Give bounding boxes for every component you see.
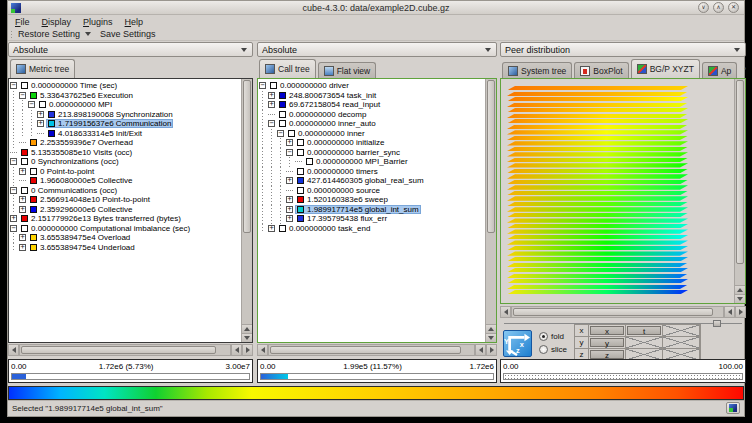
topology-slice[interactable] [507, 119, 688, 123]
restore-setting-button[interactable]: Restore Setting [18, 29, 80, 39]
call-mode-select[interactable]: Absolute [257, 42, 497, 57]
scroll-down-button[interactable] [486, 333, 496, 342]
collapse-icon[interactable]: − [10, 82, 17, 89]
fold-radio[interactable]: fold [539, 332, 567, 341]
topology-slice[interactable] [507, 97, 688, 101]
topology-slice[interactable] [507, 229, 688, 233]
save-settings-button[interactable]: Save Settings [100, 29, 156, 39]
topology-slice[interactable] [507, 158, 688, 162]
topology-slice[interactable] [507, 180, 688, 184]
call-tree-item[interactable]: −0.000000000 inner [259, 129, 485, 139]
vertical-scrollbar[interactable] [485, 79, 496, 342]
tab-scroll-left-button[interactable]: ‹ [741, 63, 746, 75]
expand-icon[interactable]: + [268, 225, 275, 232]
dimension-button-z[interactable]: z [590, 350, 624, 359]
expand-icon[interactable]: + [286, 177, 293, 184]
scroll-right-button[interactable] [242, 344, 253, 356]
metric-tree-item[interactable]: 5.135355085e10 Visits (occ) [10, 148, 241, 158]
call-tree-item[interactable]: 0.000000000 MPI_Barrier [259, 157, 485, 167]
dimension-button-t[interactable]: t [627, 326, 661, 335]
scroll-left-button[interactable] [475, 344, 486, 356]
tab-ap[interactable]: Ap [702, 62, 737, 78]
metric-tree-item[interactable]: +2.359296000e6 Collective [10, 205, 241, 215]
scrollbar-thumb[interactable] [513, 308, 713, 316]
metric-tree-item[interactable]: +3.655389475e4 Overload [10, 233, 241, 243]
expand-icon[interactable]: + [37, 120, 44, 127]
scrollbar-thumb[interactable] [270, 346, 461, 354]
call-tree-item[interactable]: +427.614460305 global_real_sum [259, 176, 485, 186]
metric-mode-select[interactable]: Absolute [8, 42, 253, 57]
scroll-up-button[interactable] [486, 324, 496, 333]
scroll-left-button[interactable] [724, 306, 735, 318]
scrollbar-track[interactable] [19, 344, 231, 356]
slider-handle[interactable] [713, 320, 721, 327]
topology-slice[interactable] [507, 147, 688, 151]
dimension-button-x[interactable]: x [590, 326, 624, 335]
expand-icon[interactable]: + [19, 196, 26, 203]
metric-tree-item[interactable]: +0 Point-to-point [10, 167, 241, 177]
topology-slice[interactable] [507, 218, 688, 222]
toolbar-handle[interactable] [10, 30, 13, 39]
system-mode-select[interactable]: Peer distribution [500, 42, 746, 57]
call-tree-item[interactable]: −0.000000000 inner_auto [259, 119, 485, 129]
expand-icon[interactable]: + [268, 92, 275, 99]
collapse-icon[interactable]: − [10, 158, 17, 165]
tab-flat-view[interactable]: Flat view [318, 62, 377, 78]
metric-tree-item[interactable]: 4.018633314e5 Init/Exit [10, 129, 241, 139]
topology-slice[interactable] [507, 224, 688, 228]
collapse-icon[interactable]: − [286, 149, 293, 156]
topology-slice[interactable] [507, 235, 688, 239]
scrollbar-track[interactable] [268, 344, 475, 356]
minimize-button[interactable]: ∨ [698, 2, 709, 13]
topology-slice[interactable] [507, 263, 688, 267]
slice-radio[interactable]: slice [539, 345, 567, 354]
metric-tree-item[interactable]: +213.898190068 Synchronization [10, 110, 241, 120]
topology-slice[interactable] [507, 246, 688, 250]
scroll-right-button[interactable] [486, 344, 497, 356]
topology-slice[interactable] [507, 274, 688, 278]
tab-call-tree[interactable]: Call tree [259, 59, 316, 78]
call-tree-item[interactable]: +248.800673654 task_init [259, 91, 485, 101]
metric-tree-item[interactable]: −0 Synchronizations (occ) [10, 157, 241, 167]
call-tree-item[interactable]: +1.520160383e6 sweep [259, 195, 485, 205]
tab-system-tree[interactable]: System tree [502, 62, 572, 78]
metric-tree-item[interactable]: 1.966080000e5 Collective [10, 176, 241, 186]
call-tree-item[interactable]: +0.000000000 initialize [259, 138, 485, 148]
expand-icon[interactable]: + [286, 196, 293, 203]
topology-slice[interactable] [507, 213, 688, 217]
collapse-icon[interactable]: − [277, 130, 284, 137]
metric-tree-item[interactable]: −0.000000000 MPI [10, 100, 241, 110]
topology-slice[interactable] [507, 202, 688, 206]
call-tree-item[interactable]: 0.000000000 timers [259, 167, 485, 177]
vertical-scrollbar[interactable] [734, 79, 745, 303]
call-tree-item[interactable]: 0.000000000 decomp [259, 110, 485, 120]
metric-tree-item[interactable]: 2.253559396e7 Overhead [10, 138, 241, 148]
expand-icon[interactable]: + [19, 244, 26, 251]
call-tree-item[interactable]: −0.000000000 driver [259, 81, 485, 91]
scrollbar-thumb[interactable] [487, 80, 495, 233]
menu-display[interactable]: Display [38, 17, 80, 27]
topology-slice[interactable] [507, 125, 688, 129]
menu-help[interactable]: Help [121, 17, 152, 27]
scroll-down-button[interactable] [242, 333, 252, 342]
vertical-scrollbar[interactable] [241, 79, 252, 342]
topology-slice[interactable] [507, 114, 688, 118]
expand-icon[interactable]: + [10, 215, 17, 222]
collapse-icon[interactable]: − [10, 225, 17, 232]
topology-slice[interactable] [507, 169, 688, 173]
topology-slice[interactable] [507, 196, 688, 200]
scroll-left-button[interactable] [231, 344, 242, 356]
title-bar[interactable]: cube-4.3.0: data/example2D.cube.gz ∨∧✕ [8, 1, 744, 15]
tab-metric-tree[interactable]: Metric tree [10, 59, 75, 78]
call-tree-item[interactable]: 0.000000000 source [259, 186, 485, 196]
topology-slice[interactable] [507, 174, 688, 178]
topology-slice[interactable] [507, 251, 688, 255]
expand-icon[interactable]: + [19, 234, 26, 241]
scroll-left-button[interactable] [257, 344, 268, 356]
topology-slice[interactable] [507, 279, 688, 283]
metric-tree-item[interactable]: −5.336437625e6 Execution [10, 91, 241, 101]
expand-icon[interactable]: + [286, 215, 293, 222]
horizontal-scrollbar[interactable] [8, 344, 253, 356]
topology-slice[interactable] [507, 240, 688, 244]
metric-tree-item[interactable]: +1.719915637e6 Communication [10, 119, 241, 129]
